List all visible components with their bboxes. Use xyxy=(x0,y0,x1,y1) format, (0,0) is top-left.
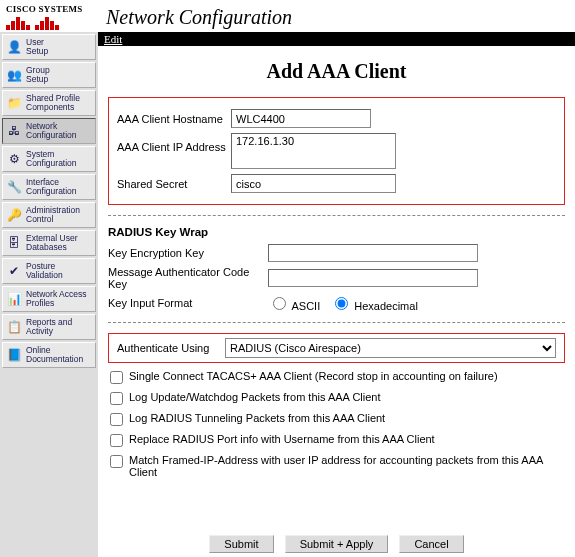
cb-label: Single Connect TACACS+ AAA Client (Recor… xyxy=(129,370,565,382)
sidebar-item-label: Network Access Profiles xyxy=(26,290,86,308)
mack-input[interactable] xyxy=(268,269,478,287)
hostname-input[interactable] xyxy=(231,109,371,128)
sidebar-item-label: Posture Validation xyxy=(26,262,63,280)
wrench-icon: 🔧 xyxy=(5,178,23,196)
logo-bars-icon xyxy=(6,16,92,30)
sidebar-item-system-config[interactable]: ⚙System Configuration xyxy=(2,146,96,172)
sidebar-item-external-db[interactable]: 🗄External User Databases xyxy=(2,230,96,256)
sidebar-item-label: Shared Profile Components xyxy=(26,94,80,112)
main: Edit Add AAA Client AAA Client Hostname … xyxy=(98,32,575,557)
sidebar-item-docs[interactable]: 📘Online Documentation xyxy=(2,342,96,368)
cb-replace-port[interactable] xyxy=(110,434,123,447)
mack-label: Message Authenticator Code Key xyxy=(108,266,268,290)
sidebar-item-label: System Configuration xyxy=(26,150,77,168)
cb-log-tunnel[interactable] xyxy=(110,413,123,426)
divider xyxy=(108,215,565,216)
sidebar-item-reports[interactable]: 📋Reports and Activity xyxy=(2,314,96,340)
sidebar-item-label: Online Documentation xyxy=(26,346,83,364)
sidebar-item-posture[interactable]: ✔Posture Validation xyxy=(2,258,96,284)
user-icon: 👤 xyxy=(5,38,23,56)
network-icon: 🖧 xyxy=(5,122,23,140)
ascii-radio-label[interactable]: ASCII xyxy=(268,294,320,312)
sidebar-item-label: Network Configuration xyxy=(26,122,77,140)
auth-using-select[interactable]: RADIUS (Cisco Airespace) xyxy=(225,338,556,358)
cb-single-connect[interactable] xyxy=(110,371,123,384)
keywrap-section: RADIUS Key Wrap Key Encryption Key Messa… xyxy=(108,226,565,312)
ip-textarea[interactable] xyxy=(231,133,396,169)
ip-label: AAA Client IP Address xyxy=(117,133,231,153)
cb-label: Log RADIUS Tunneling Packets from this A… xyxy=(129,412,565,424)
secret-label: Shared Secret xyxy=(117,178,231,190)
check-icon: ✔ xyxy=(5,262,23,280)
hex-radio-label[interactable]: Hexadecimal xyxy=(330,294,418,312)
clipboard-icon: 📋 xyxy=(5,318,23,336)
folder-icon: 📁 xyxy=(5,94,23,112)
auth-using-label: Authenticate Using xyxy=(117,342,225,354)
sidebar-item-label: Reports and Activity xyxy=(26,318,72,336)
auth-using-box: Authenticate Using RADIUS (Cisco Airespa… xyxy=(108,333,565,363)
content: Add AAA Client AAA Client Hostname AAA C… xyxy=(98,46,575,529)
footer-buttons: Submit Submit + Apply Cancel xyxy=(98,529,575,557)
cancel-button[interactable]: Cancel xyxy=(399,535,463,553)
database-icon: 🗄 xyxy=(5,234,23,252)
cb-label: Log Update/Watchdog Packets from this AA… xyxy=(129,391,565,403)
sidebar-item-network-config[interactable]: 🖧Network Configuration xyxy=(2,118,96,144)
header: CISCO SYSTEMS Network Configuration xyxy=(0,0,575,32)
ascii-text: ASCII xyxy=(291,300,320,312)
submit-apply-button[interactable]: Submit + Apply xyxy=(285,535,389,553)
ascii-radio[interactable] xyxy=(273,297,286,310)
secret-input[interactable] xyxy=(231,174,396,193)
group-icon: 👥 xyxy=(5,66,23,84)
menubar: Edit xyxy=(98,32,575,46)
hex-text: Hexadecimal xyxy=(354,300,418,312)
client-info-box: AAA Client Hostname AAA Client IP Addres… xyxy=(108,97,565,205)
kek-input[interactable] xyxy=(268,244,478,262)
kek-label: Key Encryption Key xyxy=(108,247,268,259)
submit-button[interactable]: Submit xyxy=(209,535,273,553)
cb-label: Replace RADIUS Port info with Username f… xyxy=(129,433,565,445)
page-title: Network Configuration xyxy=(98,6,292,29)
key-icon: 🔑 xyxy=(5,206,23,224)
sidebar-item-admin-control[interactable]: 🔑Administration Control xyxy=(2,202,96,228)
cb-match-framed-ip[interactable] xyxy=(110,455,123,468)
hex-radio[interactable] xyxy=(335,297,348,310)
sidebar-item-label: Group Setup xyxy=(26,66,50,84)
cb-log-update[interactable] xyxy=(110,392,123,405)
format-label: Key Input Format xyxy=(108,297,268,309)
hostname-label: AAA Client Hostname xyxy=(117,113,231,125)
sidebar-item-nap[interactable]: 📊Network Access Profiles xyxy=(2,286,96,312)
sidebar: 👤User Setup 👥Group Setup 📁Shared Profile… xyxy=(0,32,98,557)
menu-edit[interactable]: Edit xyxy=(104,33,122,45)
keywrap-heading: RADIUS Key Wrap xyxy=(108,226,565,238)
body: 👤User Setup 👥Group Setup 📁Shared Profile… xyxy=(0,32,575,557)
options-list: Single Connect TACACS+ AAA Client (Recor… xyxy=(108,370,565,478)
sidebar-item-label: External User Databases xyxy=(26,234,78,252)
chart-icon: 📊 xyxy=(5,290,23,308)
cisco-logo: CISCO SYSTEMS xyxy=(0,2,98,32)
cb-label: Match Framed-IP-Address with user IP add… xyxy=(129,454,565,478)
book-icon: 📘 xyxy=(5,346,23,364)
form-title: Add AAA Client xyxy=(108,60,565,83)
sidebar-item-interface-config[interactable]: 🔧Interface Configuration xyxy=(2,174,96,200)
app-window: CISCO SYSTEMS Network Configuration 👤Use… xyxy=(0,0,575,557)
sidebar-item-shared-profile[interactable]: 📁Shared Profile Components xyxy=(2,90,96,116)
divider xyxy=(108,322,565,323)
logo-text: CISCO SYSTEMS xyxy=(6,4,92,14)
sidebar-item-label: Administration Control xyxy=(26,206,80,224)
sidebar-item-label: Interface Configuration xyxy=(26,178,77,196)
sidebar-item-label: User Setup xyxy=(26,38,48,56)
gear-icon: ⚙ xyxy=(5,150,23,168)
sidebar-item-user-setup[interactable]: 👤User Setup xyxy=(2,34,96,60)
sidebar-item-group-setup[interactable]: 👥Group Setup xyxy=(2,62,96,88)
